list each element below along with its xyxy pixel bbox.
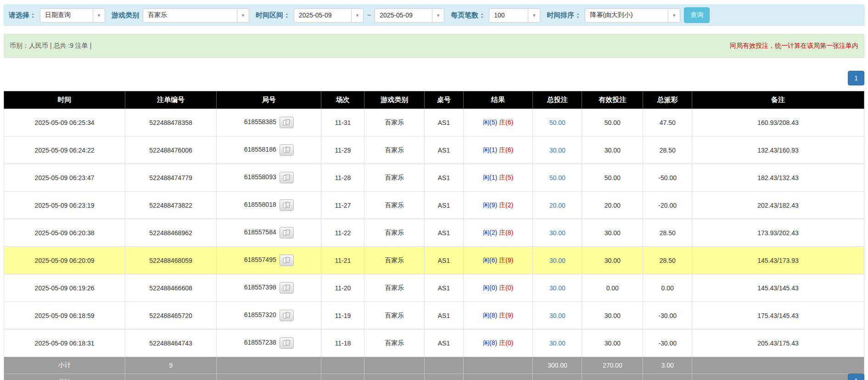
query-type-value: 日期查询 (40, 11, 93, 19)
payout-cell: 28.50 (643, 219, 692, 247)
select-label: 请选择： (9, 11, 36, 20)
cards-icon (283, 147, 291, 153)
view-cards-button[interactable] (280, 227, 294, 238)
session-cell: 11-20 (321, 274, 364, 302)
table-number-cell: AS1 (425, 164, 463, 192)
page-1-button[interactable]: 1 (848, 374, 864, 380)
banker-result: 庄(0) (497, 284, 513, 291)
round-id-text: 618557238 (244, 339, 276, 346)
query-type-dropdown[interactable]: 日期查询 ▾ (40, 8, 105, 23)
cards-icon (283, 119, 291, 126)
payout-cell: 28.50 (643, 247, 692, 274)
round-id-text: 618557398 (244, 284, 276, 291)
player-result: 闲(6) (483, 256, 497, 264)
total-bet-link[interactable]: 30.00 (549, 340, 566, 347)
total-bet-link[interactable]: 50.00 (549, 119, 566, 126)
time-sort-dropdown[interactable]: 降幂(由大到小) ▾ (585, 8, 680, 23)
session-cell: 11-31 (321, 109, 364, 136)
view-cards-button[interactable] (280, 282, 294, 294)
time-cell: 2025-05-09 06:18:59 (4, 302, 125, 329)
round-id-cell: 618557398 (216, 274, 321, 302)
round-id-text: 618557584 (244, 228, 276, 236)
total-bet-link[interactable]: 50.00 (549, 174, 566, 181)
footer-payout-cell: 3.00 (643, 374, 692, 380)
view-cards-button[interactable] (280, 199, 294, 211)
bet-id-cell: 522488464743 (125, 329, 217, 357)
query-button[interactable]: 查询 (684, 7, 710, 23)
result-cell: 闲(1) 庄(5) (463, 164, 533, 192)
banker-result: 庄(5) (497, 174, 513, 181)
valid-bet-cell: 30.00 (582, 136, 643, 164)
total-bet-link[interactable]: 20.00 (549, 202, 566, 209)
result-cell: 闲(2) 庄(8) (463, 219, 533, 247)
view-cards-button[interactable] (280, 255, 294, 266)
session-cell: 11-19 (321, 302, 364, 329)
view-cards-button[interactable] (280, 310, 294, 321)
table-row: 2025-05-09 06:23:47522488474779618558093… (4, 164, 864, 192)
total-bet-link[interactable]: 30.00 (549, 312, 566, 319)
per-page-dropdown[interactable]: 100 ▾ (489, 8, 540, 23)
time-range-label: 时间区间： (256, 11, 290, 20)
footer-empty-cell (463, 357, 533, 374)
valid-bet-cell: 30.00 (582, 247, 643, 274)
total-bet-link[interactable]: 30.00 (549, 229, 566, 237)
banker-result: 庄(6) (497, 146, 513, 153)
total-bet-cell: 20.00 (533, 192, 582, 219)
total-bet-cell: 50.00 (533, 164, 582, 192)
game-category-cell: 百家乐 (364, 109, 425, 136)
session-cell: 11-21 (321, 247, 364, 274)
view-cards-button[interactable] (280, 144, 294, 156)
table-number-cell: AS1 (425, 302, 463, 329)
banker-result: 庄(0) (497, 339, 513, 346)
column-header: 时间 (4, 91, 125, 109)
date-from-picker[interactable]: 2025-05-09 ▾ (294, 8, 364, 23)
currency-total-text: 币别：人民币 | 总共 :9 注单 | (10, 42, 91, 50)
footer-empty-cell (216, 374, 321, 380)
player-result: 闲(1) (483, 174, 497, 181)
footer-empty-cell (425, 357, 463, 374)
round-id-text: 618558018 (244, 201, 276, 208)
view-cards-button[interactable] (280, 337, 294, 349)
payout-cell: 0.00 (643, 274, 692, 302)
total-bet-link[interactable]: 30.00 (549, 257, 566, 264)
page-1-button[interactable]: 1 (848, 71, 864, 85)
round-id-text: 618557495 (244, 256, 276, 263)
date-to-value: 2025-05-09 (375, 11, 432, 19)
banker-result: 庄(6) (497, 119, 513, 126)
session-cell: 11-18 (321, 329, 364, 357)
caret-down-icon: ▾ (668, 9, 680, 22)
total-row: 总计9300.00270.003.00 (4, 374, 864, 380)
bet-id-cell: 522488466608 (125, 274, 217, 302)
total-bet-link[interactable]: 30.00 (549, 284, 566, 292)
result-cell: 闲(6) 庄(9) (463, 247, 533, 274)
table-row: 2025-05-09 06:18:59522488465720618557320… (4, 302, 864, 329)
valid-bet-cell: 30.00 (582, 219, 643, 247)
caret-down-icon: ▾ (93, 9, 105, 22)
total-bet-cell: 30.00 (533, 247, 582, 274)
tilde-separator: ~ (367, 11, 371, 19)
column-header: 备注 (692, 91, 864, 109)
valid-bet-cell: 30.00 (582, 329, 643, 357)
payout-cell: -50.00 (643, 164, 692, 192)
result-cell: 闲(8) 庄(9) (463, 302, 533, 329)
view-cards-button[interactable] (280, 117, 294, 128)
payout-cell: -30.00 (643, 302, 692, 329)
game-category-cell: 百家乐 (364, 136, 425, 164)
cards-icon (283, 229, 291, 236)
player-result: 闲(2) (483, 229, 497, 236)
table-row: 2025-05-09 06:23:19522488473822618558018… (4, 192, 864, 219)
date-from-value: 2025-05-09 (294, 11, 351, 19)
date-to-picker[interactable]: 2025-05-09 ▾ (375, 8, 444, 23)
remark-cell: 160.93/208.43 (692, 109, 864, 136)
view-cards-button[interactable] (280, 172, 294, 183)
per-page-label: 每页笔数： (451, 11, 485, 20)
total-bet-link[interactable]: 30.00 (549, 147, 566, 154)
total-bet-cell: 30.00 (533, 274, 582, 302)
page: 请选择： 日期查询 ▾ 游戏类别 百家乐 ▾ 时间区间： 2025-05-09 … (0, 0, 868, 380)
cards-icon (283, 284, 291, 291)
round-id-cell: 618558018 (216, 192, 321, 219)
game-category-dropdown[interactable]: 百家乐 ▾ (143, 8, 249, 23)
cards-icon (283, 174, 291, 181)
note-text: 同局有效投注，统一计算在该局第一张注单内 (730, 42, 858, 50)
result-cell: 闲(0) 庄(0) (463, 274, 533, 302)
